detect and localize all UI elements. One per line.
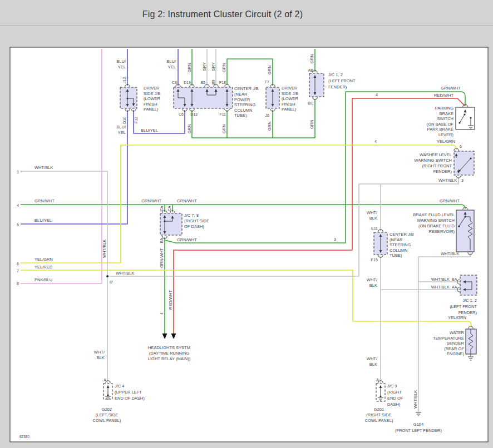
wire-label-wht-blk: WHT/BLK: [102, 240, 107, 258]
component-label: TUBE): [234, 113, 247, 118]
component-label: J/C 1, 2: [328, 72, 343, 77]
wire-label-grn-wht: GRN/WHT: [141, 198, 161, 203]
pin-label-d19: D19: [184, 81, 191, 84]
component-label: WARNING SWITCH: [417, 218, 455, 223]
component-label: CENTER J/B: [234, 86, 259, 91]
wire-label-blu-yel: BLU/YEL: [34, 218, 52, 223]
wire-label-blu-yel: BLU/: [166, 59, 176, 64]
component-label: (LOWER: [144, 96, 161, 101]
diagram-code: 82380: [19, 435, 29, 439]
ground-label-g201: G201: [374, 407, 384, 412]
terminal-4: 4: [17, 203, 19, 207]
wire-label-wht-blk: WHT/BLK: [116, 271, 134, 276]
component-label: (NEAR: [390, 237, 403, 242]
component-label: PANEL): [282, 107, 297, 112]
wire-label-blu-yel: BLU/YEL: [141, 128, 158, 133]
wire-label-grn-wht: GRN/WHT: [159, 248, 164, 268]
pin-label-3: 3: [461, 178, 464, 182]
component-label: J/C 4: [115, 384, 125, 389]
wire-label-wht-blk: WHT/: [94, 350, 105, 355]
wire-label-blu-yel: YEL: [168, 64, 176, 69]
pin-label-ca: CA: [160, 206, 164, 211]
pin-label-f11: F11: [219, 112, 226, 116]
component-label: (REAR OF: [444, 346, 464, 351]
wire-label-wht-blk: WHT/BLK: [431, 285, 450, 290]
wire-label-grn: GRN: [221, 63, 226, 72]
component-label: (RIGHT FRONT: [422, 163, 452, 168]
wire-label-wht-blk: WHT/BLK: [413, 390, 418, 409]
terminal-8: 8: [17, 282, 19, 286]
component-label: SIDE J/B: [282, 91, 298, 96]
component-label: SIDE J/B: [144, 91, 160, 96]
component-label: WASHER LEVEL: [420, 152, 452, 157]
wire-label-grn-wht: GRN/WHT: [441, 86, 461, 91]
component-label: COLUMN: [234, 108, 253, 113]
wire-label-wht-blk: WHT/BLK: [441, 251, 459, 256]
component-label: FENDER): [459, 310, 477, 315]
wire-label-blu-yel: YEL: [118, 64, 126, 69]
pin-label-d10: D10: [122, 117, 126, 124]
wire-label-gry: GRY: [211, 62, 216, 71]
pin-label-f18: F18: [219, 81, 226, 84]
destination-label: LIGHT RELAY (MAIN)): [148, 356, 191, 361]
ground-label-g201: (RIGHT SIDE: [366, 412, 391, 417]
wire-label-grn: GRN: [267, 65, 272, 74]
ground-label-g201: COWL PANEL): [365, 418, 393, 423]
wire-number-4: 4: [160, 312, 164, 315]
wire-label-yel-grn: YEL/GRN: [34, 257, 53, 262]
pin-label-f7: F7: [265, 80, 269, 84]
wire-label-blu-yel: BLU/: [116, 125, 126, 130]
component-label: (RIGHT: [387, 390, 402, 395]
component-label: J/C 7, 8: [184, 213, 199, 218]
pin-label-ba: BA: [452, 277, 457, 281]
destination-label: (DAYTIME RUNNING: [149, 351, 190, 356]
splice-i7: [106, 275, 109, 277]
component-label: COLUMN: [390, 248, 408, 253]
wire-label-wht-blk: WHT/: [367, 210, 378, 215]
destination-label: HEADLIGHTS SYSTM: [148, 345, 190, 350]
wire-label-wht-blk: WHT/BLK: [34, 165, 53, 170]
component-label: PANEL): [144, 107, 159, 112]
component-label: FENDER): [328, 84, 347, 89]
component-label: LEVER): [438, 132, 454, 137]
pin-label-j6: J6: [265, 113, 270, 117]
terminal-3: 3: [17, 170, 19, 174]
pin-label-e11: E11: [371, 226, 378, 230]
component-label: J/C 1, 2: [462, 298, 477, 303]
pin-label-aa: AA: [452, 285, 457, 289]
wire-label-yel-grn: YEL/GRN: [448, 315, 466, 320]
component-label: SENDER: [447, 341, 465, 346]
component-label: RESERVOIR): [428, 229, 455, 234]
component-label: FINISH: [282, 102, 295, 107]
component-label: TUBE): [390, 253, 402, 258]
wire-label-grn-wht: GRN/WHT: [34, 198, 55, 203]
component-label: END OF DASH): [115, 396, 145, 401]
pin-label-ca: CA: [167, 206, 171, 211]
pin-label-bc: BC: [308, 101, 313, 105]
component-label: FENDER): [433, 169, 452, 174]
wire-label-grn-wht: GRN/WHT: [440, 198, 460, 203]
wire-number-4: 4: [374, 140, 377, 143]
component-label: STEERING: [390, 242, 411, 247]
pin-label-c6: C6: [179, 112, 184, 116]
pin-label-c8: C8: [172, 81, 177, 84]
component-label: PARK BRAKE: [427, 127, 453, 132]
ground-label-g202: (LEFT SIDE: [96, 412, 118, 417]
component-label: (ON BRAKE FLUID: [418, 223, 455, 228]
wire-label-grn: GRN: [187, 124, 192, 133]
component-label: OF DASH): [184, 224, 204, 229]
component-label: SWITCH: [437, 116, 453, 121]
component-label: J/C 9: [387, 384, 397, 389]
component-label: STEERING: [234, 102, 256, 107]
component-label: (RIGHT SIDE: [184, 218, 209, 223]
wiring-diagram: 82380: [0, 0, 493, 448]
component-label: DASH): [387, 402, 401, 407]
pin-label-ab: AB: [308, 68, 314, 72]
wire-label-wht-blk: BLK: [369, 362, 377, 367]
ground-label-g104: G104: [413, 422, 423, 427]
terminal-7: 7: [17, 269, 19, 273]
wire-label-wht-blk: BLK: [369, 216, 377, 221]
wire-label-pnk-blu: PNK/BLU: [34, 277, 52, 282]
wire-number-4: 4: [376, 93, 378, 97]
pin-label-b9: B9: [211, 79, 215, 84]
